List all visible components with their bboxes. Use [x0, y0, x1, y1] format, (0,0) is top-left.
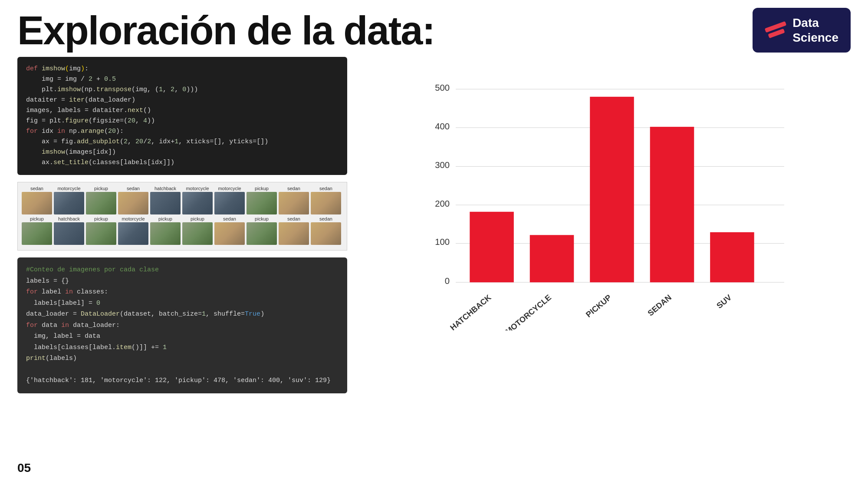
- bar-sedan: [650, 127, 694, 282]
- bar-pickup: [590, 97, 634, 282]
- page-number: 05: [17, 461, 31, 475]
- code-line: plt.imshow(np.transpose(img, (1, 2, 0))): [26, 85, 339, 95]
- x-label-hatchback: HATCHBACK: [448, 293, 493, 330]
- svg-text:300: 300: [435, 160, 450, 170]
- car-image: [182, 192, 213, 214]
- code-line: img, label = data: [26, 331, 339, 342]
- svg-text:400: 400: [435, 122, 450, 131]
- car-image: [279, 192, 309, 214]
- code-line: for label in classes:: [26, 287, 339, 298]
- svg-text:100: 100: [435, 237, 450, 247]
- page-title: Exploración de la data:: [17, 10, 434, 50]
- car-image: [22, 192, 52, 214]
- car-image: [311, 222, 341, 245]
- image-cell: hatchback: [53, 216, 85, 245]
- code-block-top: def imshow(img): img = img / 2 + 0.5 plt…: [17, 57, 347, 175]
- header: Exploración de la data: Data Science: [0, 0, 868, 57]
- car-image: [150, 192, 181, 214]
- x-label-suv: SUV: [715, 293, 733, 310]
- bar-suv: [710, 232, 754, 282]
- car-image: [118, 192, 148, 214]
- car-image: [118, 222, 148, 245]
- car-image: [86, 222, 116, 245]
- left-column: def imshow(img): img = img / 2 + 0.5 plt…: [17, 57, 347, 488]
- logo-line1: Data: [792, 16, 838, 30]
- logo-text: Data Science: [792, 16, 838, 45]
- image-cell: sedan: [21, 186, 53, 214]
- svg-text:500: 500: [435, 83, 450, 92]
- image-cell: motorcycle: [182, 186, 213, 214]
- code-output: {'hatchback': 181, 'motorcycle': 122, 'p…: [26, 375, 339, 386]
- image-cell: motorcycle: [118, 216, 149, 245]
- x-label-sedan: SEDAN: [646, 293, 673, 318]
- car-image: [247, 192, 277, 214]
- x-label-pickup: PICKUP: [584, 293, 613, 319]
- code-line: images, labels = dataiter.next(): [26, 106, 339, 116]
- image-cell: sedan: [214, 216, 245, 245]
- car-image: [182, 222, 213, 245]
- code-line: labels[label] = 0: [26, 298, 339, 309]
- image-cell: hatchback: [150, 186, 181, 214]
- code-block-bottom: #Conteo de imagenes por cada clase label…: [17, 257, 347, 393]
- image-row-2: pickup hatchback pickup motorcycle picku…: [21, 216, 343, 245]
- code-line: labels[classes[label.item()]] += 1: [26, 342, 339, 353]
- code-line: img = img / 2 + 0.5: [26, 74, 339, 85]
- image-cell: sedan: [118, 186, 149, 214]
- svg-text:200: 200: [435, 199, 450, 208]
- code-line: def imshow(img):: [26, 64, 339, 74]
- logo: Data Science: [753, 8, 851, 53]
- code-comment: #Conteo de imagenes por cada clase: [26, 264, 339, 276]
- image-cell: pickup: [85, 186, 117, 214]
- car-image: [247, 222, 277, 245]
- image-cell: pickup: [21, 216, 53, 245]
- code-line: ax = fig.add_subplot(2, 20/2, idx+1, xti…: [26, 137, 339, 147]
- car-image: [54, 222, 84, 245]
- car-image: [86, 192, 116, 214]
- code-line: data_loader = DataLoader(dataset, batch_…: [26, 309, 339, 320]
- image-cell: pickup: [85, 216, 117, 245]
- code-line: for data in data_loader:: [26, 320, 339, 331]
- code-line: imshow(images[idx]): [26, 147, 339, 158]
- image-cell: pickup: [246, 216, 277, 245]
- image-cell: pickup: [150, 216, 181, 245]
- code-line: [26, 364, 339, 376]
- bar-hatchback: [470, 212, 514, 282]
- car-image: [22, 222, 52, 245]
- code-line: print(labels): [26, 353, 339, 364]
- image-cell: motorcycle: [214, 186, 245, 214]
- car-image: [150, 222, 181, 245]
- image-cell: motorcycle: [53, 186, 85, 214]
- code-line: for idx in np.arange(20):: [26, 126, 339, 137]
- image-cell: sedan: [278, 186, 309, 214]
- image-cell: pickup: [246, 186, 277, 214]
- code-line: fig = plt.figure(figsize=(20, 4)): [26, 116, 339, 126]
- main-content: def imshow(img): img = img / 2 + 0.5 plt…: [0, 57, 868, 488]
- car-image: [279, 222, 309, 245]
- image-cell: sedan: [310, 186, 342, 214]
- code-line: ax.set_title(classes[labels[idx]]): [26, 158, 339, 168]
- logo-stripes: [765, 25, 786, 36]
- car-image: [214, 192, 245, 214]
- logo-line2: Science: [792, 30, 838, 45]
- x-label-motorcycle: MOTORCYCLE: [503, 293, 553, 330]
- bar-chart: 0 100 200 300 400 500: [399, 70, 825, 330]
- image-cell: sedan: [278, 216, 309, 245]
- image-cell: sedan: [310, 216, 342, 245]
- image-grid: sedan motorcycle pickup sedan hatchback …: [17, 182, 347, 251]
- svg-text:0: 0: [445, 276, 450, 286]
- car-image: [311, 192, 341, 214]
- bar-motorcycle: [530, 235, 574, 282]
- right-column: 0 100 200 300 400 500: [365, 57, 851, 488]
- chart-area: 0 100 200 300 400 500: [365, 61, 851, 488]
- car-image: [54, 192, 84, 214]
- image-row-1: sedan motorcycle pickup sedan hatchback …: [21, 186, 343, 214]
- code-line: dataiter = iter(data_loader): [26, 95, 339, 106]
- car-image: [214, 222, 245, 245]
- code-line: labels = {}: [26, 276, 339, 287]
- image-cell: pickup: [182, 216, 213, 245]
